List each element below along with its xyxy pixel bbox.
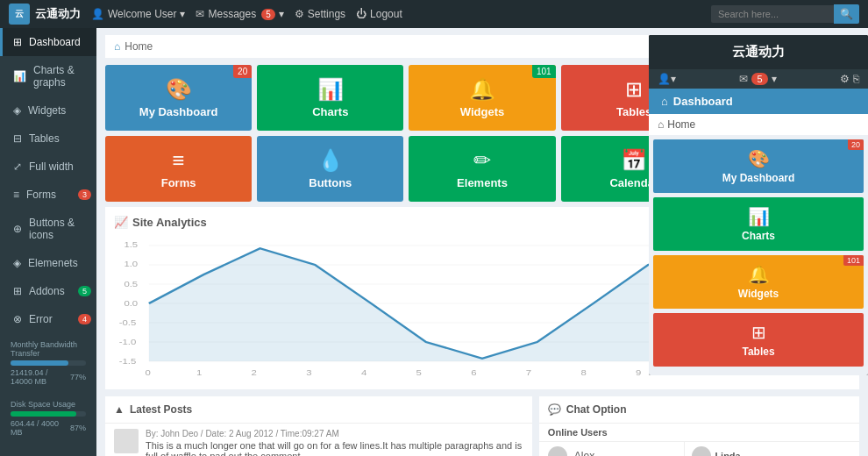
disk-value: 604.44 / 4000 MB <box>11 419 70 437</box>
disk-label: Disk Space Usage <box>11 400 86 409</box>
sidebar-label-buttons: Buttons & icons <box>29 217 86 241</box>
tile-forms[interactable]: ≡ Forms <box>105 136 252 202</box>
overlay-tile-icon-tables: ⊞ <box>751 322 766 343</box>
chat-icon: 💬 <box>548 403 561 416</box>
nav-messages[interactable]: ✉ Messages 5 ▾ <box>196 8 283 20</box>
nav-user[interactable]: 👤 Welcome User ▾ <box>91 8 185 20</box>
svg-text:9: 9 <box>636 369 642 378</box>
online-users-label: Online Users <box>539 424 859 442</box>
alex-avatar <box>548 446 567 456</box>
chat-user-alex[interactable]: Alex <box>539 442 685 456</box>
overlay-tile-icon-widgets: 🔔 <box>748 264 770 285</box>
post-avatar-0 <box>114 429 139 453</box>
tile-my-dashboard[interactable]: 20 🎨 My Dashboard <box>105 65 252 131</box>
svg-text:4: 4 <box>361 369 367 378</box>
sidebar-item-error[interactable]: ⊗ Error 4 <box>0 305 96 333</box>
sidebar-label-widgets: Widgets <box>28 104 66 117</box>
tile-icon-calendar: 📅 <box>621 148 647 173</box>
chat-title: Chat Option <box>566 403 627 416</box>
svg-text:0.5: 0.5 <box>124 281 138 289</box>
overlay-tile-label-widgets: Widgets <box>738 288 779 300</box>
svg-text:-1.0: -1.0 <box>119 338 137 347</box>
overlay-share-icon[interactable]: ⎘ <box>853 73 859 85</box>
overlay-breadcrumb: ⌂ Home <box>649 114 868 135</box>
overlay-tile-dashboard[interactable]: 20 🎨 My Dashboard <box>653 139 864 193</box>
chart-area-icon: 📈 <box>114 216 128 229</box>
chat-panel: 💬 Chat Option Online Users Alex John 3 <box>539 396 859 456</box>
nav-settings[interactable]: ⚙ Settings <box>295 8 345 20</box>
overlay-tile-label-dashboard: My Dashboard <box>722 172 795 184</box>
error-badge: 4 <box>78 314 91 324</box>
sidebar-label-elements: Elemenets <box>28 257 78 269</box>
sidebar-item-forms[interactable]: ≡ Forms 3 <box>0 181 96 209</box>
overlay-tile-icon-dashboard: 🎨 <box>748 148 770 169</box>
post-meta-0: By: John Deo / Date: 2 Aug 2012 / Time:0… <box>146 429 523 438</box>
sidebar-item-fullwidth[interactable]: ⤢ Full width <box>0 153 96 181</box>
linda-avatar-0 <box>692 446 711 456</box>
main-layout: ⊞ Dashboard 📊 Charts & graphs ◈ Widgets … <box>0 28 868 456</box>
nav-messages-label: Messages <box>208 8 256 20</box>
disk-percent: 87% <box>70 424 86 432</box>
overlay-tile-widgets[interactable]: 101 🔔 Widgets <box>653 255 864 309</box>
posts-panel: ▲ Latest Posts By: John Deo / Date: 2 Au… <box>105 396 532 456</box>
tile-charts[interactable]: 📊 Charts <box>257 65 403 131</box>
overlay-topbar-left: 👤▾ <box>658 73 676 85</box>
sidebar-item-addons[interactable]: ⊞ Addons 5 <box>0 277 96 305</box>
overlay-tile-charts[interactable]: 📊 Charts <box>653 197 864 251</box>
search-box[interactable]: 🔍 <box>711 4 859 24</box>
brand: 云 云通动力 <box>9 4 81 25</box>
overlay-topbar-right: ⚙ ⎘ <box>840 73 859 85</box>
tile-elements[interactable]: ✏ Elements <box>409 136 555 202</box>
search-input[interactable] <box>711 5 834 23</box>
sidebar-item-dashboard[interactable]: ⊞ Dashboard <box>0 28 96 56</box>
tile-icon-buttons: 💧 <box>317 148 344 173</box>
home-icon: ⌂ <box>114 40 120 53</box>
chat-header: 💬 Chat Option <box>539 396 859 424</box>
tile-icon-widgets: 🔔 <box>469 77 495 102</box>
sidebar-item-tables[interactable]: ⊟ Tables <box>0 125 96 153</box>
nav-logout-label: Logout <box>370 8 402 20</box>
sidebar-item-elements[interactable]: ◈ Elemenets <box>0 249 96 277</box>
overlay-nav-dashboard[interactable]: ⌂ Dashboard <box>649 89 868 114</box>
sidebar-label-charts: Charts & graphs <box>33 64 86 89</box>
alex-name: Alex <box>574 450 676 456</box>
sidebar-item-charts[interactable]: 📊 Charts & graphs <box>0 56 96 96</box>
bandwidth-progress-track <box>11 360 86 366</box>
tile-badge-dashboard: 20 <box>233 65 252 78</box>
elements-icon: ◈ <box>13 257 21 269</box>
posts-title: Latest Posts <box>130 403 192 416</box>
widgets-icon: ◈ <box>13 104 21 117</box>
sidebar-label-dashboard: Dashboard <box>29 36 81 48</box>
tile-widgets[interactable]: 101 🔔 Widgets <box>409 65 555 131</box>
overlay-user-icon[interactable]: 👤▾ <box>658 73 676 85</box>
nav-user-icon: 👤 <box>91 8 104 20</box>
svg-text:-1.5: -1.5 <box>119 358 137 367</box>
tile-icon-dashboard: 🎨 <box>166 77 192 102</box>
svg-text:-0.5: -0.5 <box>119 319 137 328</box>
addons-badge: 5 <box>78 286 91 296</box>
svg-text:0: 0 <box>146 369 152 378</box>
overlay-tile-label-tables: Tables <box>742 346 774 358</box>
msg-user-0: Linda <box>715 451 740 456</box>
tile-buttons[interactable]: 💧 Buttons <box>257 136 403 202</box>
overlay-tile-badge-widgets: 101 <box>843 255 864 266</box>
overlay-msg-icon[interactable]: ✉ <box>739 73 748 85</box>
sidebar-item-widgets[interactable]: ◈ Widgets <box>0 96 96 125</box>
disk-section: Disk Space Usage 604.44 / 4000 MB 87% <box>0 393 96 444</box>
sidebar-label-fullwidth: Full width <box>29 160 74 173</box>
error-icon: ⊗ <box>13 313 22 325</box>
svg-text:7: 7 <box>526 369 532 378</box>
tile-label-dashboard: My Dashboard <box>139 105 218 118</box>
messages-badge: 5 <box>261 9 275 20</box>
nav-logout[interactable]: ⏻ Logout <box>356 8 402 20</box>
nav-user-chevron: ▾ <box>180 8 185 20</box>
overlay-settings-icon[interactable]: ⚙ <box>840 73 850 85</box>
sidebar-item-buttons[interactable]: ⊕ Buttons & icons <box>0 209 96 249</box>
nav-settings-label: Settings <box>308 8 345 20</box>
top-nav-right: 🔍 <box>711 4 859 24</box>
buttons-icon: ⊕ <box>13 223 22 235</box>
search-button[interactable]: 🔍 <box>834 4 859 24</box>
panel-toggle-icon[interactable]: ▲ <box>114 403 125 416</box>
overlay-tile-tables[interactable]: ⊞ Tables <box>653 313 864 367</box>
tables-icon: ⊟ <box>13 132 22 145</box>
